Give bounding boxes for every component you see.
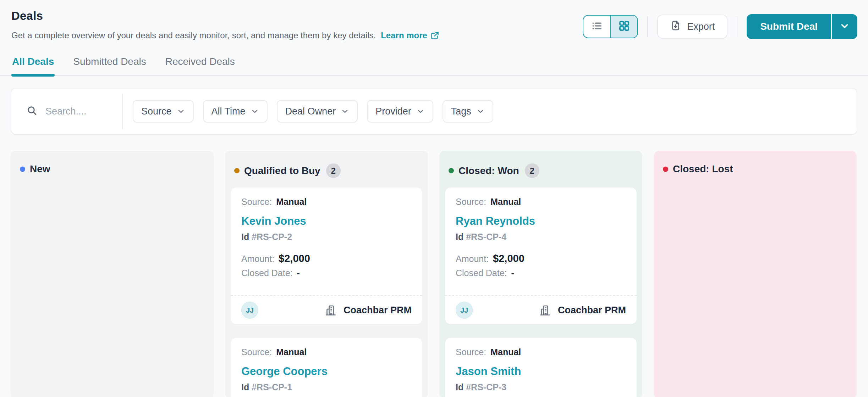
tags-filter-dropdown[interactable]: Tags [443,100,493,123]
search-input[interactable] [45,106,113,117]
divider [122,94,123,129]
view-toggle [583,15,638,38]
tab-all-deals[interactable]: All Deals [11,56,55,75]
source-value: Manual [490,197,521,207]
deal-card[interactable]: Source:Manual Ryan Reynolds Id #RS-CP-4 … [445,188,637,324]
source-value: Manual [276,197,307,207]
deal-name-link[interactable]: Kevin Jones [241,215,412,228]
chevron-down-icon [416,107,425,116]
filter-dropdowns: Source All Time Deal Owner Provider Tags [133,100,493,123]
column-header: Closed: Lost [659,163,851,175]
source-label: Source: [241,347,272,357]
divider [737,16,737,37]
deal-name-link[interactable]: Ryan Reynolds [456,215,626,228]
column-new: New [11,151,214,397]
list-view-button[interactable] [583,16,610,38]
status-dot-orange [234,168,240,173]
grid-view-button[interactable] [610,16,637,38]
page-title: Deals [11,9,440,23]
tab-submitted-deals[interactable]: Submitted Deals [72,56,147,75]
amount-label: Amount: [456,254,489,264]
source-value: Manual [490,347,521,357]
avatar[interactable]: JJ [241,302,258,319]
id-label: Id [456,382,463,392]
search-icon [26,105,38,118]
amount-label: Amount: [241,254,274,264]
provider-name: Coachbar PRM [344,305,412,316]
tab-received-deals[interactable]: Received Deals [165,56,236,75]
learn-more-link[interactable]: Learn more [381,30,440,40]
external-link-icon [430,31,440,40]
provider-tag: Coachbar PRM [324,304,412,317]
closed-date-label: Closed Date: [456,268,507,278]
column-title: Closed: Won [458,165,519,177]
provider-filter-dropdown[interactable]: Provider [367,100,433,123]
column-qualified-to-buy: Qualified to Buy 2 Source:Manual Kevin J… [225,151,428,397]
closed-date-label: Closed Date: [241,268,293,278]
amount-value: $2,000 [279,253,310,264]
amount-value: $2,000 [493,253,524,264]
export-button[interactable]: Export [657,15,727,39]
column-closed-lost: Closed: Lost [654,151,857,397]
chevron-down-icon [341,107,349,116]
deal-id: #RS-CP-3 [466,382,506,392]
deal-name-link[interactable]: George Coopers [241,365,412,378]
deal-id: #RS-CP-1 [252,382,292,392]
column-title: Closed: Lost [673,163,733,175]
column-count-badge: 2 [326,163,341,178]
source-label: Source: [456,197,486,207]
tab-bar: All Deals Submitted Deals Received Deals [0,56,868,76]
card-footer: JJ Coachbar PRM [445,295,637,324]
deal-card[interactable]: Source:Manual Kevin Jones Id #RS-CP-2 Am… [231,188,422,324]
header-text: Deals Get a complete overview of your de… [11,9,440,40]
provider-tag: Coachbar PRM [539,304,626,317]
provider-name: Coachbar PRM [558,305,626,316]
submit-deal-split-button: Submit Deal [747,14,857,39]
search-box [26,105,119,118]
avatar[interactable]: JJ [456,302,473,319]
column-title: New [30,163,50,175]
column-header: New [16,163,208,175]
closed-date-value: - [511,268,514,278]
source-value: Manual [276,347,307,357]
building-icon [539,304,551,317]
column-closed-won: Closed: Won 2 Source:Manual Ryan Reynold… [439,151,642,397]
id-label: Id [241,382,249,392]
export-file-icon [670,20,681,34]
time-filter-dropdown[interactable]: All Time [203,100,268,123]
status-dot-green [449,168,454,173]
deal-card[interactable]: Source:Manual Jason Smith Id #RS-CP-3 Am… [445,338,637,397]
page-subtitle: Get a complete overview of your deals an… [11,30,376,40]
chevron-down-icon [251,107,259,116]
deal-owner-filter-dropdown[interactable]: Deal Owner [277,100,358,123]
deal-name-link[interactable]: Jason Smith [456,365,626,378]
divider [647,16,648,37]
source-label: Source: [456,347,486,357]
status-dot-red [663,167,668,172]
grid-view-icon [618,20,630,33]
closed-date-value: - [297,268,300,278]
kanban-board: New Qualified to Buy 2 Source:Manual Kev… [0,151,868,397]
chevron-down-icon [476,107,485,116]
deal-card[interactable]: Source:Manual George Coopers Id #RS-CP-1… [231,338,422,397]
building-icon [324,304,337,317]
source-label: Source: [241,197,272,207]
filter-bar: Source All Time Deal Owner Provider Tags [11,88,857,135]
column-title: Qualified to Buy [244,165,320,177]
source-filter-dropdown[interactable]: Source [133,100,194,123]
submit-deal-button[interactable]: Submit Deal [747,14,831,39]
chevron-down-icon [177,107,185,116]
column-header: Closed: Won 2 [445,163,637,178]
deals-page: Deals Get a complete overview of your de… [0,0,868,397]
column-header: Qualified to Buy 2 [231,163,422,178]
id-label: Id [241,232,249,242]
page-header: Deals Get a complete overview of your de… [0,0,868,40]
list-view-icon [591,20,603,33]
deal-id: #RS-CP-4 [466,232,506,242]
deal-id: #RS-CP-2 [252,232,292,242]
header-controls: Export Submit Deal [583,14,857,39]
submit-deal-dropdown-button[interactable] [832,14,857,39]
column-count-badge: 2 [525,163,539,178]
id-label: Id [456,232,463,242]
card-footer: JJ Coachbar PRM [231,295,422,324]
